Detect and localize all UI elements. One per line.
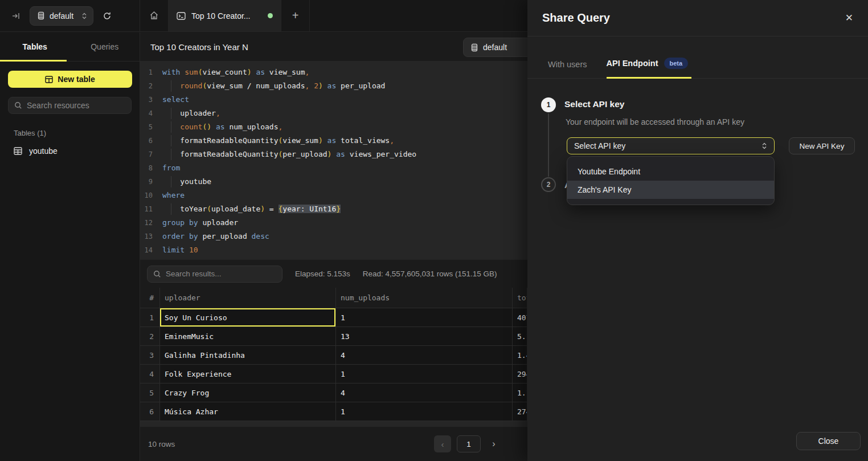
header-uploader[interactable]: uploader bbox=[160, 288, 336, 308]
code-line[interactable]: 4 uploader, bbox=[140, 107, 527, 120]
table-row: 6Música Azhar1274 bbox=[140, 402, 527, 421]
share-panel-title: Share Query bbox=[542, 11, 610, 25]
database-icon bbox=[37, 11, 45, 20]
new-tab-button[interactable]: + bbox=[281, 0, 310, 31]
cell-total-views[interactable]: 1.1 bbox=[513, 384, 527, 402]
sidebar: Tables Queries New table Tables (1) yout… bbox=[0, 32, 140, 461]
table-row: 1Soy Un Curioso1407 bbox=[140, 308, 527, 327]
api-key-select-value: Select API key bbox=[574, 141, 625, 150]
close-button[interactable]: Close bbox=[796, 432, 861, 450]
code-line[interactable]: 6 formatReadableQuantity(view_sum) as to… bbox=[140, 134, 527, 148]
cell-uploader[interactable]: Folk Experience bbox=[160, 365, 336, 383]
sidebar-tab-tables-label: Tables bbox=[23, 42, 47, 51]
api-key-option[interactable]: Zach's API Key bbox=[567, 181, 774, 199]
home-button[interactable] bbox=[140, 0, 169, 31]
sidebar-search-input[interactable] bbox=[27, 101, 125, 110]
code-line[interactable]: 12group by uploader bbox=[140, 216, 527, 230]
chevron-right-icon: › bbox=[492, 439, 495, 448]
cell-num-uploads[interactable]: 1 bbox=[336, 308, 513, 327]
query-database-value: default bbox=[483, 43, 507, 52]
cell-uploader[interactable]: Galinha Pintadinha bbox=[160, 346, 336, 364]
table-item-label: youtube bbox=[29, 146, 58, 156]
code-line[interactable]: 2 round(view_sum / num_uploads, 2) as pe… bbox=[140, 79, 527, 93]
plus-icon: + bbox=[292, 9, 299, 22]
beta-badge: beta bbox=[664, 58, 689, 69]
tab-api-endpoint[interactable]: API Endpoint beta bbox=[607, 58, 689, 78]
sidebar-tabs: Tables Queries bbox=[0, 32, 140, 62]
code-line[interactable]: 1with sum(view_count) as view_sum, bbox=[140, 66, 527, 79]
new-table-button-label: New table bbox=[58, 75, 95, 84]
sidebar-tab-queries-label: Queries bbox=[91, 42, 118, 51]
code-line[interactable]: 10where bbox=[140, 189, 527, 202]
cell-uploader[interactable]: Soy Un Curioso bbox=[160, 308, 336, 327]
sidebar-tab-tables[interactable]: Tables bbox=[0, 32, 70, 61]
code-line[interactable]: 7 formatReadableQuantity(per_upload) as … bbox=[140, 148, 527, 161]
cell-total-views[interactable]: 407 bbox=[513, 308, 527, 327]
code-text: select bbox=[159, 93, 189, 107]
code-text: uploader, bbox=[159, 107, 220, 120]
console-icon bbox=[177, 12, 186, 20]
cell-uploader[interactable]: Música Azhar bbox=[160, 402, 336, 421]
topbar: default Top 10 Creator.. bbox=[0, 0, 527, 32]
main-area: Top 10 Creators in Year N default 1with … bbox=[140, 32, 527, 461]
cell-total-views[interactable]: 1.4 bbox=[513, 346, 527, 364]
cell-uploader[interactable]: EminemMusic bbox=[160, 327, 336, 345]
step-connector-line bbox=[548, 113, 549, 177]
refresh-button[interactable] bbox=[99, 8, 115, 24]
home-icon bbox=[149, 11, 159, 21]
code-line[interactable]: 11 toYear(upload_date) = {year: UInt16} bbox=[140, 202, 527, 216]
cell-total-views[interactable]: 294 bbox=[513, 365, 527, 383]
query-database-selector[interactable]: default bbox=[463, 38, 527, 57]
collapse-sidebar-button[interactable] bbox=[8, 8, 24, 24]
code-line[interactable]: 13order by per_upload desc bbox=[140, 230, 527, 243]
tab-with-users[interactable]: With users bbox=[548, 60, 587, 78]
code-line[interactable]: 5 count() as num_uploads, bbox=[140, 120, 527, 134]
line-number: 10 bbox=[140, 189, 159, 202]
line-number: 4 bbox=[140, 107, 159, 120]
code-line[interactable]: 14limit 10 bbox=[140, 243, 527, 257]
prev-page-button[interactable]: ‹ bbox=[434, 435, 451, 452]
database-selector[interactable]: default bbox=[30, 6, 93, 26]
current-page-button[interactable]: 1 bbox=[457, 435, 481, 452]
cell-num-uploads[interactable]: 4 bbox=[336, 384, 513, 402]
code-line[interactable]: 3select bbox=[140, 93, 527, 107]
tab-top-10-creators[interactable]: Top 10 Creator... bbox=[169, 0, 281, 31]
code-line[interactable]: 9 youtube bbox=[140, 175, 527, 189]
new-api-key-button[interactable]: New API Key bbox=[789, 137, 855, 154]
results-search-input[interactable] bbox=[166, 270, 276, 278]
chevron-updown-icon bbox=[81, 12, 87, 20]
new-table-button[interactable]: New table bbox=[8, 71, 132, 88]
table-row: 3Galinha Pintadinha41.4 bbox=[140, 346, 527, 365]
header-num-uploads[interactable]: num_uploads bbox=[336, 288, 513, 308]
cell-num-uploads[interactable]: 4 bbox=[336, 346, 513, 364]
cell-total-views[interactable]: 5.1 bbox=[513, 327, 527, 345]
select-api-key-description: Your endpoint will be accessed through a… bbox=[566, 117, 744, 127]
cell-num-uploads[interactable]: 1 bbox=[336, 365, 513, 383]
cell-row-number: 1 bbox=[140, 308, 160, 327]
code-line[interactable]: 8from bbox=[140, 161, 527, 175]
results-table: #uploadernum_uploadstot1Soy Un Curioso14… bbox=[140, 288, 527, 426]
sidebar-tab-queries[interactable]: Queries bbox=[70, 32, 140, 61]
api-key-select[interactable]: Select API key bbox=[567, 137, 775, 154]
cell-num-uploads[interactable]: 13 bbox=[336, 327, 513, 345]
header-row-number: # bbox=[140, 288, 160, 308]
code-text: toYear(upload_date) = {year: UInt16} bbox=[159, 202, 341, 216]
cell-total-views[interactable]: 274 bbox=[513, 402, 527, 421]
row-count-label: 10 rows bbox=[148, 440, 175, 448]
api-key-option[interactable]: Youtube Endpoint bbox=[567, 162, 774, 181]
share-panel-tabs: With users API Endpoint beta bbox=[527, 36, 868, 79]
code-text: count() as num_uploads, bbox=[159, 120, 282, 134]
step-1-indicator: 1 bbox=[541, 97, 556, 112]
table-icon bbox=[45, 76, 53, 83]
sidebar-item-youtube[interactable]: youtube bbox=[8, 143, 140, 159]
code-text: from bbox=[159, 161, 180, 175]
cell-num-uploads[interactable]: 1 bbox=[336, 402, 513, 421]
close-panel-button[interactable]: ✕ bbox=[845, 12, 853, 24]
line-number: 9 bbox=[140, 175, 159, 189]
sql-editor[interactable]: 1with sum(view_count) as view_sum,2 roun… bbox=[140, 62, 527, 259]
next-page-button[interactable]: › bbox=[486, 435, 501, 452]
header-total-views[interactable]: tot bbox=[513, 288, 527, 308]
cell-uploader[interactable]: Crazy Frog bbox=[160, 384, 336, 402]
sidebar-search bbox=[8, 97, 132, 114]
tab-with-users-label: With users bbox=[548, 60, 587, 69]
